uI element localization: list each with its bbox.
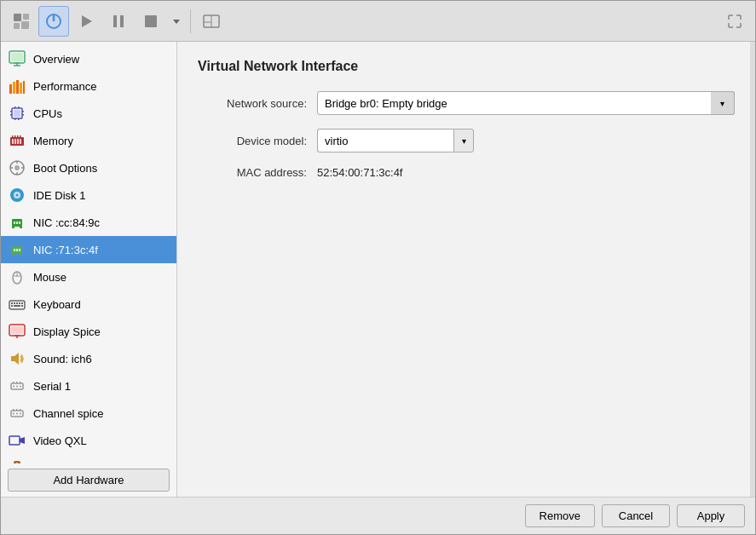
svg-rect-2 <box>14 23 20 29</box>
svg-rect-42 <box>18 118 20 120</box>
svg-rect-72 <box>20 254 22 256</box>
svg-rect-62 <box>14 221 15 224</box>
pause-toolbar-btn[interactable] <box>103 6 134 37</box>
svg-rect-29 <box>13 82 15 94</box>
sidebar-item-sound-ich6[interactable]: Sound: ich6 <box>1 345 176 372</box>
sidebar-item-performance[interactable]: Performance <box>1 72 176 100</box>
sidebar-item-mouse[interactable]: Mouse <box>1 263 176 291</box>
svg-rect-64 <box>19 221 20 224</box>
svg-rect-77 <box>11 302 13 304</box>
sidebar-item-display-spice[interactable]: Display Spice <box>1 318 176 345</box>
sidebar-item-label-serial: Serial 1 <box>33 380 71 393</box>
device-model-label: Device model: <box>198 135 317 147</box>
svg-rect-8 <box>120 15 124 27</box>
svg-rect-49 <box>14 135 16 137</box>
sidebar-item-label-overview: Overview <box>33 53 79 66</box>
play-toolbar-btn[interactable] <box>71 6 101 37</box>
sidebar-item-controller-usb[interactable]: Controller USB <box>1 454 176 463</box>
svg-point-100 <box>20 413 21 415</box>
network-source-select[interactable]: Bridge br0: Empty bridge <box>317 91 735 115</box>
sidebar-item-label-display-spice: Display Spice <box>33 325 101 338</box>
network-source-control: Bridge br0: Empty bridge ▾ <box>317 91 735 115</box>
svg-rect-95 <box>16 382 18 383</box>
svg-rect-78 <box>14 302 15 304</box>
svg-rect-51 <box>20 135 21 137</box>
svg-rect-37 <box>22 111 24 112</box>
overview-toolbar-btn[interactable] <box>6 6 37 37</box>
sidebar-item-ide-disk-1[interactable]: IDE Disk 1 <box>1 181 176 209</box>
device-model-dropdown-btn[interactable]: ▾ <box>453 129 474 152</box>
svg-rect-70 <box>19 249 20 251</box>
sidebar-item-label-ide-disk: IDE Disk 1 <box>33 189 85 202</box>
overview-icon <box>8 49 26 68</box>
svg-rect-79 <box>16 302 18 304</box>
sidebar-item-cpus[interactable]: CPUs <box>1 100 176 127</box>
svg-marker-89 <box>11 353 19 365</box>
mac-address-row: MAC address: 52:54:00:71:3c:4f <box>198 166 735 179</box>
svg-rect-50 <box>17 135 19 137</box>
scale-toolbar-btn[interactable] <box>719 6 750 37</box>
sidebar-item-memory[interactable]: Memory <box>1 127 176 154</box>
play-icon <box>77 12 95 31</box>
svg-point-99 <box>16 413 18 415</box>
apply-button[interactable]: Apply <box>677 504 745 527</box>
toolbar-right-area <box>719 6 750 37</box>
scale-icon <box>725 12 744 31</box>
mac-address-value-container: 52:54:00:71:3c:4f <box>317 166 402 179</box>
action-bar: Remove Cancel Apply <box>1 497 755 534</box>
add-hardware-button[interactable]: Add Hardware <box>8 469 170 492</box>
svg-rect-32 <box>23 81 25 94</box>
cancel-button[interactable]: Cancel <box>602 504 670 527</box>
svg-point-53 <box>14 165 20 170</box>
mouse-icon <box>8 268 26 286</box>
svg-rect-81 <box>21 302 23 304</box>
svg-rect-103 <box>20 409 21 411</box>
sidebar-item-serial-1[interactable]: Serial 1 <box>1 372 176 400</box>
stop-icon <box>141 12 160 31</box>
svg-rect-44 <box>12 139 14 144</box>
svg-marker-105 <box>20 437 25 444</box>
nic-71-icon <box>8 240 26 259</box>
sidebar-item-label-ctrl-usb: Controller USB <box>33 462 107 464</box>
dropdown-arrow-icon <box>171 16 182 26</box>
sidebar-item-nic-71[interactable]: NIC :71:3c:4f <box>1 236 176 263</box>
sidebar-item-label-nic-cc: NIC :cc:84:9c <box>33 216 100 229</box>
svg-rect-45 <box>14 139 16 144</box>
svg-rect-71 <box>12 254 14 256</box>
sidebar-item-channel-spice[interactable]: Channel spice <box>1 400 176 427</box>
svg-rect-46 <box>17 139 19 144</box>
sidebar-item-video-qxl[interactable]: Video QXL <box>1 427 176 454</box>
channel-icon <box>8 404 26 423</box>
performance-icon <box>8 77 26 95</box>
svg-rect-7 <box>113 15 117 27</box>
sidebar-item-label-memory: Memory <box>33 135 73 147</box>
power-toolbar-btn[interactable] <box>38 6 69 37</box>
stop-toolbar-btn[interactable] <box>136 6 166 37</box>
svg-rect-31 <box>20 83 22 94</box>
sidebar-item-boot-options[interactable]: Boot Options <box>1 154 176 181</box>
sidebar-item-label-mouse: Mouse <box>33 271 66 284</box>
sidebar-item-keyboard[interactable]: Keyboard <box>1 291 176 318</box>
svg-rect-66 <box>20 227 22 228</box>
sidebar-item-label-sound: Sound: ich6 <box>33 353 92 365</box>
sidebar-item-overview[interactable]: Overview <box>1 45 176 72</box>
svg-rect-38 <box>22 114 24 116</box>
console-toolbar-btn[interactable] <box>196 6 227 37</box>
device-model-select[interactable]: virtio e1000 rtl8139 <box>317 129 453 152</box>
sidebar-item-label-boot-options: Boot Options <box>33 162 97 175</box>
detail-panel: Virtual Network Interface Network source… <box>177 42 755 497</box>
device-model-combo-container: virtio e1000 rtl8139 ▾ <box>317 129 474 152</box>
dropdown-toolbar-btn[interactable] <box>168 6 185 37</box>
power-icon <box>44 12 63 31</box>
svg-rect-84 <box>21 305 23 307</box>
svg-rect-48 <box>12 135 14 137</box>
remove-button[interactable]: Remove <box>525 504 595 527</box>
svg-point-93 <box>20 386 21 388</box>
network-source-row: Network source: Bridge br0: Empty bridge… <box>198 91 735 115</box>
sidebar-item-nic-cc[interactable]: NIC :cc:84:9c <box>1 209 176 236</box>
sidebar-item-label-cpus: CPUs <box>33 107 62 120</box>
svg-rect-9 <box>145 15 157 27</box>
sidebar-item-label-video: Video QXL <box>33 434 87 447</box>
svg-point-60 <box>16 194 19 197</box>
controller-usb-icon <box>8 458 26 463</box>
